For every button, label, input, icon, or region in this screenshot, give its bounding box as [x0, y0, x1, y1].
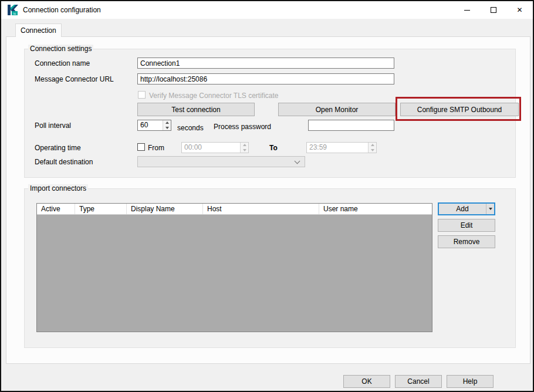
open-monitor-button[interactable]: Open Monitor	[278, 103, 396, 116]
operating-time-to-stepper: 23:59	[306, 142, 377, 153]
titlebar: ic Connection configuration ✕	[1, 1, 533, 19]
minimize-icon	[464, 10, 470, 11]
connection-name-label: Connection name	[35, 59, 90, 67]
remove-button[interactable]: Remove	[438, 235, 495, 248]
add-dropdown-button[interactable]	[486, 208, 494, 210]
import-connectors-group-label: Import connectors	[28, 184, 88, 192]
from-time-down-icon	[241, 148, 248, 153]
message-connector-url-input[interactable]	[137, 73, 394, 85]
table-body-empty[interactable]	[37, 215, 432, 332]
operating-time-label: Operating time	[35, 144, 81, 152]
close-icon: ✕	[516, 6, 522, 13]
connection-name-input[interactable]	[137, 58, 394, 69]
poll-interval-stepper[interactable]: 60	[137, 120, 171, 131]
connection-settings-group-label: Connection settings	[28, 45, 93, 53]
process-password-input[interactable]	[308, 120, 394, 131]
poll-interval-label: Poll interval	[35, 121, 71, 130]
footer-bar: OK Cancel Help	[1, 364, 533, 392]
operating-time-from-stepper: 00:00	[181, 142, 249, 153]
add-button[interactable]: Add	[438, 202, 495, 215]
app-icon: ic	[6, 4, 18, 16]
operating-time-to-value: 23:59	[307, 143, 368, 153]
tab-connection[interactable]: Connection	[15, 23, 62, 37]
close-button[interactable]: ✕	[506, 1, 533, 19]
chevron-down-icon	[295, 158, 300, 164]
to-label: To	[269, 144, 278, 152]
import-connectors-table: Active Type Display Name Host User name	[36, 203, 432, 332]
poll-interval-up-icon[interactable]	[163, 120, 171, 126]
cancel-button[interactable]: Cancel	[395, 375, 442, 388]
help-button[interactable]: Help	[447, 375, 494, 388]
test-connection-button[interactable]: Test connection	[137, 103, 255, 116]
highlight-annotation-box	[396, 97, 521, 121]
maximize-icon	[491, 7, 496, 13]
connection-settings-group: Connection settings Connection name Mess…	[24, 49, 516, 178]
column-header-display-name[interactable]: Display Name	[127, 204, 203, 214]
poll-interval-unit-label: seconds	[177, 124, 204, 132]
column-header-host[interactable]: Host	[203, 204, 319, 214]
add-button-label: Add	[439, 205, 486, 213]
operating-time-from-value: 00:00	[182, 143, 240, 153]
edit-button[interactable]: Edit	[438, 219, 495, 232]
window-title: Connection configuration	[23, 1, 101, 19]
table-header-row: Active Type Display Name Host User name	[37, 204, 432, 215]
svg-text:ic: ic	[13, 12, 16, 15]
poll-interval-value: 60	[138, 120, 163, 130]
maximize-button[interactable]	[480, 1, 506, 19]
to-time-down-icon	[369, 148, 376, 153]
message-connector-url-label: Message Connector URL	[35, 75, 114, 83]
ok-button[interactable]: OK	[343, 375, 390, 388]
from-label: From	[148, 144, 164, 152]
process-password-label: Process password	[214, 123, 271, 131]
operating-time-from-checkbox[interactable]	[137, 143, 145, 151]
tab-page-connection: Connection settings Connection name Mess…	[6, 36, 530, 364]
from-time-up-icon	[241, 143, 248, 148]
caption-buttons: ✕	[454, 1, 533, 19]
dropdown-arrow-icon	[489, 208, 492, 210]
column-header-active[interactable]: Active	[37, 204, 75, 214]
poll-interval-down-icon[interactable]	[163, 126, 171, 131]
verify-tls-label: Verify Message Connector TLS certificate	[149, 92, 279, 100]
column-header-type[interactable]: Type	[75, 204, 127, 214]
verify-tls-checkbox	[138, 91, 146, 99]
connection-configuration-dialog: ic Connection configuration ✕ Connection…	[0, 0, 534, 392]
to-time-up-icon	[369, 143, 376, 148]
default-destination-label: Default destination	[35, 158, 93, 166]
column-header-user-name[interactable]: User name	[319, 204, 432, 214]
minimize-button[interactable]	[454, 1, 480, 19]
default-destination-select	[137, 156, 305, 167]
import-connectors-group: Import connectors Active Type Display Na…	[24, 188, 516, 348]
